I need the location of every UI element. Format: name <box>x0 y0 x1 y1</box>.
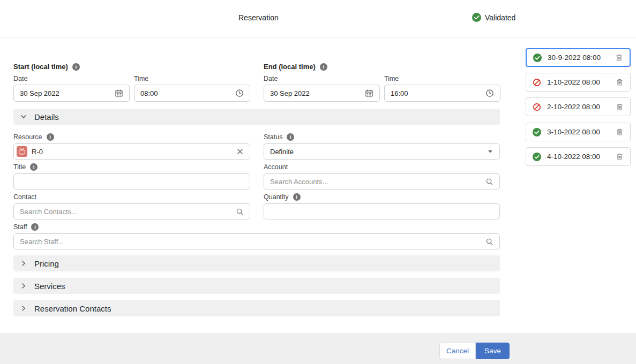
occurrence-label: 1-10-2022 08:00 <box>547 78 610 86</box>
end-time-field[interactable] <box>384 85 500 102</box>
resource-entity-icon <box>17 146 27 157</box>
resource-label: Resource i <box>13 133 54 141</box>
staff-label: Staff i <box>13 223 39 231</box>
trash-icon[interactable] <box>616 128 624 136</box>
start-group-label: Start (local time) i <box>13 63 80 71</box>
resource-field[interactable]: R-0 <box>13 143 250 160</box>
chevron-down-icon[interactable] <box>487 148 493 155</box>
occurrence-label: 2-10-2022 08:00 <box>547 103 610 111</box>
occurrence-label: 4-10-2022 08:00 <box>547 153 610 161</box>
footer-buttons: Cancel Save <box>439 343 510 359</box>
search-icon[interactable] <box>236 208 244 216</box>
valid-check-icon <box>533 54 542 62</box>
occurrence-label: 3-10-2022 08:00 <box>547 128 610 136</box>
title-input[interactable] <box>20 174 244 189</box>
contact-field[interactable] <box>13 203 250 219</box>
start-date-label: Date <box>13 75 27 82</box>
calendar-icon[interactable] <box>115 89 123 97</box>
footer-bar <box>0 333 636 364</box>
contact-label: Contact <box>13 193 36 201</box>
search-icon[interactable] <box>485 238 493 246</box>
account-label: Account <box>264 163 288 171</box>
trash-icon[interactable] <box>616 153 624 161</box>
occurrence-label: 30-9-2022 08:00 <box>548 54 609 62</box>
end-date-label: Date <box>264 75 278 82</box>
section-services-label: Services <box>34 282 65 291</box>
chevron-right-icon <box>20 282 27 290</box>
blocked-icon <box>533 78 541 87</box>
start-time-label: Time <box>134 75 148 82</box>
quantity-input[interactable] <box>270 204 493 219</box>
info-icon[interactable]: i <box>30 163 38 171</box>
title-label: Title i <box>13 163 38 171</box>
info-icon[interactable]: i <box>31 223 39 231</box>
chevron-down-icon <box>20 113 27 120</box>
section-details[interactable]: Details <box>13 109 500 125</box>
occurrence-card[interactable]: 1-10-2022 08:00 <box>526 73 631 92</box>
page-title: Reservation <box>238 13 279 22</box>
info-icon[interactable]: i <box>72 63 80 71</box>
end-time-label: Time <box>384 75 399 82</box>
start-date-field[interactable] <box>13 85 130 102</box>
section-pricing-label: Pricing <box>34 259 59 268</box>
cancel-button[interactable]: Cancel <box>439 343 476 359</box>
section-details-label: Details <box>34 112 59 122</box>
account-field[interactable] <box>264 173 500 189</box>
staff-field[interactable] <box>13 233 500 249</box>
end-time-input[interactable] <box>391 85 481 101</box>
clock-icon[interactable] <box>485 89 494 97</box>
section-pricing[interactable]: Pricing <box>13 255 500 271</box>
status-label: Status i <box>264 133 294 141</box>
start-time-field[interactable] <box>134 85 250 102</box>
start-time-input[interactable] <box>140 85 231 101</box>
occurrence-card[interactable]: 30-9-2022 08:00 <box>526 48 631 67</box>
info-icon[interactable]: i <box>47 133 54 141</box>
section-reservation-contacts[interactable]: Reservation Contacts <box>13 300 500 316</box>
validated-check-icon <box>472 13 481 22</box>
trash-icon[interactable] <box>615 54 623 62</box>
title-field[interactable] <box>13 173 250 189</box>
valid-check-icon <box>533 153 541 161</box>
occurrence-card[interactable]: 4-10-2022 08:00 <box>526 147 631 166</box>
occurrence-card[interactable]: 3-10-2022 08:00 <box>526 123 631 141</box>
end-date-input[interactable] <box>270 85 361 101</box>
save-button[interactable]: Save <box>476 343 510 359</box>
dialog-header <box>0 0 636 37</box>
status-value: Definite <box>270 148 483 156</box>
valid-check-icon <box>533 128 541 136</box>
validated-badge-label: Validated <box>485 13 515 22</box>
contact-search-input[interactable] <box>20 204 231 219</box>
section-reservation-contacts-label: Reservation Contacts <box>34 304 111 313</box>
staff-search-input[interactable] <box>20 234 481 249</box>
start-date-input[interactable] <box>20 85 110 101</box>
section-services[interactable]: Services <box>13 278 500 294</box>
info-icon[interactable]: i <box>293 193 301 201</box>
validated-badge: Validated <box>472 13 515 22</box>
chevron-right-icon <box>20 260 27 267</box>
end-group-label: End (local time) i <box>264 63 327 71</box>
account-search-input[interactable] <box>270 174 481 189</box>
status-select[interactable]: Definite <box>264 143 500 160</box>
clock-icon[interactable] <box>235 89 244 97</box>
end-date-field[interactable] <box>264 85 380 102</box>
trash-icon[interactable] <box>616 103 624 111</box>
quantity-label: Quantity i <box>264 193 301 201</box>
occurrence-card[interactable]: 2-10-2022 08:00 <box>526 97 631 116</box>
blocked-icon <box>533 103 541 111</box>
trash-icon[interactable] <box>616 78 624 86</box>
resource-value: R-0 <box>32 148 232 156</box>
info-icon[interactable]: i <box>320 63 327 71</box>
info-icon[interactable]: i <box>287 133 294 141</box>
search-icon[interactable] <box>485 178 493 186</box>
quantity-field[interactable] <box>264 203 500 219</box>
clear-icon[interactable] <box>236 148 244 155</box>
calendar-icon[interactable] <box>365 89 373 97</box>
chevron-right-icon <box>20 305 27 312</box>
